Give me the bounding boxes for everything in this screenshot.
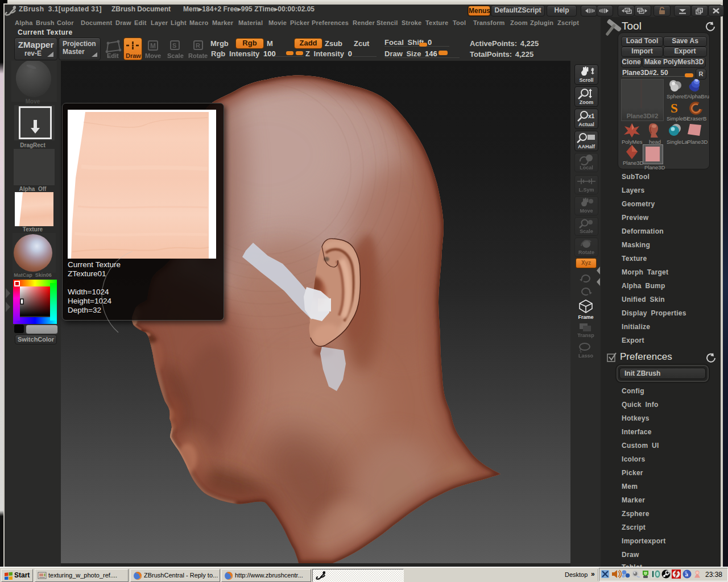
svg-text:S: S bbox=[671, 101, 678, 115]
svg-text:M: M bbox=[150, 42, 156, 50]
svg-text:R: R bbox=[196, 42, 200, 49]
svg-text:Edit: Edit bbox=[107, 52, 119, 59]
svg-text:S: S bbox=[172, 42, 176, 49]
svg-text:Scale: Scale bbox=[167, 52, 184, 59]
svg-text:Move: Move bbox=[145, 52, 161, 59]
svg-text:a: a bbox=[685, 571, 689, 577]
svg-text:Draw: Draw bbox=[126, 52, 141, 59]
svg-text:Rotate: Rotate bbox=[188, 52, 208, 59]
svg-text:x1: x1 bbox=[588, 113, 595, 119]
